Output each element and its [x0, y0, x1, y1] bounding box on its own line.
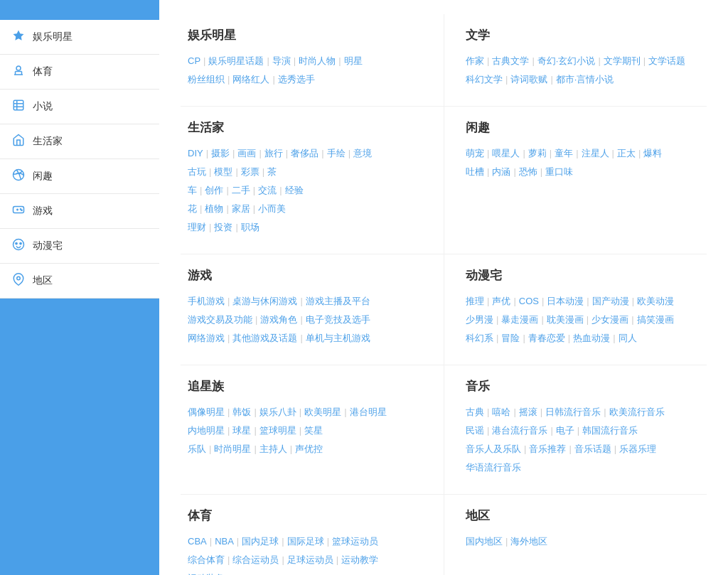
category-link[interactable]: 暴走漫画 — [501, 314, 538, 325]
sidebar-item-sports[interactable]: 体育 — [0, 55, 159, 90]
category-link[interactable]: 少男漫 — [466, 314, 493, 325]
category-link[interactable]: 足球运动员 — [287, 554, 333, 565]
category-link[interactable]: 时尚人物 — [299, 55, 336, 66]
sidebar-header[interactable] — [0, 0, 159, 20]
category-link[interactable]: 音乐话题 — [574, 444, 611, 454]
sidebar-item-novel[interactable]: 小说 — [0, 90, 159, 124]
category-link[interactable]: 游戏主播及平台 — [306, 296, 370, 306]
sidebar-item-life[interactable]: 生活家 — [0, 124, 159, 159]
category-link[interactable]: 日本动漫 — [547, 296, 584, 306]
category-link[interactable]: 花 — [188, 203, 197, 214]
category-link[interactable]: 植物 — [205, 203, 223, 214]
category-link[interactable]: 同人 — [619, 333, 637, 343]
category-link[interactable]: 都市·言情小说 — [556, 74, 614, 85]
category-link[interactable]: 娱乐八卦 — [259, 407, 296, 417]
category-link[interactable]: 内涵 — [492, 166, 510, 177]
category-link[interactable]: 家居 — [232, 203, 250, 214]
category-link[interactable]: 摄影 — [211, 148, 230, 158]
category-link[interactable]: 球星 — [232, 425, 251, 436]
category-link[interactable]: 吐槽 — [466, 166, 484, 177]
category-link[interactable]: 港台明星 — [350, 407, 387, 417]
category-link[interactable]: 萝莉 — [528, 148, 547, 158]
category-link[interactable]: 运动教学 — [341, 554, 378, 565]
category-link[interactable]: 欧美流行音乐 — [609, 407, 665, 417]
category-link[interactable]: 音乐推荐 — [529, 444, 566, 454]
category-link[interactable]: 欧美明星 — [304, 407, 341, 417]
category-link[interactable]: 海外地区 — [510, 536, 547, 547]
category-link[interactable]: 理财 — [188, 222, 206, 232]
category-link[interactable]: 奢侈品 — [291, 148, 318, 158]
category-link[interactable]: 综合体育 — [188, 554, 225, 565]
category-link[interactable]: 萌宠 — [466, 148, 484, 158]
category-link[interactable]: 正太 — [617, 148, 636, 158]
category-link[interactable]: 篮球明星 — [259, 425, 296, 436]
category-link[interactable]: 桌游与休闲游戏 — [232, 296, 297, 306]
category-link[interactable]: 旅行 — [264, 148, 283, 158]
category-link[interactable]: 推理 — [466, 296, 484, 306]
category-link[interactable]: 游戏交易及功能 — [188, 314, 252, 325]
category-link[interactable]: 科幻文学 — [466, 74, 503, 85]
category-link[interactable]: 小而美 — [258, 203, 286, 214]
category-link[interactable]: 经验 — [285, 185, 304, 195]
category-link[interactable]: 投资 — [214, 222, 232, 232]
category-link[interactable]: 声优 — [492, 296, 510, 306]
category-link[interactable]: 重口味 — [545, 166, 573, 177]
category-link[interactable]: 乐器乐理 — [619, 444, 656, 454]
category-link[interactable]: 二手 — [232, 185, 250, 195]
sidebar-item-leisure[interactable]: 闲趣 — [0, 159, 159, 194]
category-link[interactable]: 奇幻·玄幻小说 — [537, 55, 596, 66]
category-link[interactable]: 明星 — [344, 55, 363, 66]
category-link[interactable]: 青春恋爱 — [528, 333, 565, 343]
category-link[interactable]: 冒险 — [501, 333, 520, 343]
sidebar-item-region[interactable]: 地区 — [0, 264, 159, 299]
category-link[interactable]: 耽美漫画 — [547, 314, 584, 325]
category-link[interactable]: 文学期刊 — [604, 55, 641, 66]
sidebar-item-games[interactable]: 游戏 — [0, 194, 159, 229]
category-link[interactable]: 热血动漫 — [573, 333, 610, 343]
category-link[interactable]: 爆料 — [643, 148, 662, 158]
sidebar-item-entertainment[interactable]: 娱乐明星 — [0, 20, 159, 55]
category-link[interactable]: 童年 — [555, 148, 573, 158]
category-link[interactable]: 民谣 — [466, 425, 484, 436]
category-link[interactable]: 模型 — [214, 166, 232, 177]
category-link[interactable]: 彩票 — [241, 166, 259, 177]
category-link[interactable]: 喂星人 — [492, 148, 520, 158]
category-link[interactable]: 国内地区 — [466, 536, 503, 547]
category-link[interactable]: 韩饭 — [232, 407, 251, 417]
category-link[interactable]: 华语流行音乐 — [466, 462, 521, 473]
category-link[interactable]: NBA — [215, 536, 234, 547]
category-link[interactable]: 主持人 — [259, 444, 287, 454]
category-link[interactable]: 乐队 — [188, 444, 206, 454]
category-link[interactable]: 港台流行音乐 — [492, 425, 547, 436]
category-link[interactable]: 其他游戏及话题 — [232, 333, 297, 343]
category-link[interactable]: 文学话题 — [648, 55, 685, 66]
category-link[interactable]: 手机游戏 — [188, 296, 225, 306]
category-link[interactable]: COS — [519, 296, 539, 306]
category-link[interactable]: 古玩 — [188, 166, 206, 177]
category-link[interactable]: 韩国流行音乐 — [582, 425, 638, 436]
category-link[interactable]: 创作 — [205, 185, 223, 195]
category-link[interactable]: 选秀选手 — [278, 74, 315, 85]
category-link[interactable]: 国产动漫 — [592, 296, 629, 306]
category-link[interactable]: 内地明星 — [188, 425, 225, 436]
category-link[interactable]: 茶 — [267, 166, 277, 177]
category-link[interactable]: 欧美动漫 — [637, 296, 674, 306]
category-link[interactable]: 古典文学 — [492, 55, 529, 66]
category-link[interactable]: 画画 — [237, 148, 256, 158]
category-link[interactable]: 声优控 — [295, 444, 323, 454]
category-link[interactable]: 手绘 — [327, 148, 346, 158]
category-link[interactable]: 音乐人及乐队 — [466, 444, 521, 454]
category-link[interactable]: CBA — [188, 536, 207, 547]
category-link[interactable]: 职场 — [241, 222, 259, 232]
category-link[interactable]: CP — [188, 55, 200, 66]
category-link[interactable]: DIY — [188, 148, 203, 158]
category-link[interactable]: 国际足球 — [287, 536, 324, 547]
category-link[interactable]: 网络游戏 — [188, 333, 225, 343]
category-link[interactable]: 综合运动员 — [232, 554, 279, 565]
category-link[interactable]: 意境 — [353, 148, 372, 158]
category-link[interactable]: 嘻哈 — [492, 407, 510, 417]
category-link[interactable]: 搞笑漫画 — [637, 314, 674, 325]
sidebar-item-anime[interactable]: 动漫宅 — [0, 229, 159, 264]
category-link[interactable]: 单机与主机游戏 — [306, 333, 370, 343]
category-link[interactable]: 偶像明星 — [188, 407, 225, 417]
